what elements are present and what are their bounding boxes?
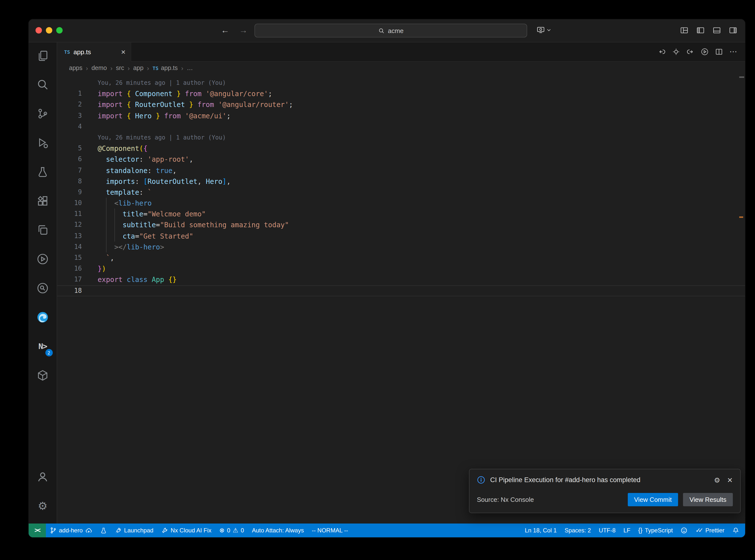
forward-icon[interactable]: →: [239, 25, 247, 36]
layout-controls: [680, 26, 737, 35]
run-file-button[interactable]: [701, 48, 709, 56]
activity-item-search[interactable]: [31, 73, 54, 96]
zoom-window-button[interactable]: [56, 27, 63, 34]
status-encoding[interactable]: UTF-8: [595, 523, 620, 537]
activity-item-code-search[interactable]: [31, 277, 54, 300]
line-number[interactable]: 2: [57, 99, 82, 110]
view-commit-button[interactable]: View Commit: [628, 493, 678, 506]
split-editor-button[interactable]: [715, 48, 723, 56]
activity-item-accounts[interactable]: [31, 465, 54, 488]
activity-item-run-target[interactable]: [31, 247, 54, 271]
back-icon[interactable]: ←: [221, 25, 229, 36]
line-number[interactable]: 4: [57, 121, 82, 132]
line-number[interactable]: 1: [57, 88, 82, 99]
breadcrumb-item-src[interactable]: src: [116, 65, 124, 72]
line-number[interactable]: [57, 132, 82, 143]
line-number[interactable]: 17: [57, 274, 82, 285]
status-cursor-position[interactable]: Ln 18, Col 1: [521, 523, 560, 537]
breadcrumb-item-[interactable]: …: [187, 65, 193, 72]
line-number[interactable]: 7: [57, 165, 82, 176]
code-text: <lib-hero: [98, 198, 152, 208]
line-number[interactable]: 10: [57, 198, 82, 208]
more-actions-button[interactable]: ⋯: [729, 47, 737, 56]
line-number[interactable]: 11: [57, 209, 82, 220]
status-prettier[interactable]: ✓✓Prettier: [692, 523, 728, 537]
panel-left-icon: [696, 26, 705, 35]
line-number[interactable]: 16: [57, 263, 82, 274]
code-line-4: 4: [57, 121, 745, 132]
activity-item-extensions[interactable]: [31, 189, 54, 213]
code-text: standalone: true,: [98, 165, 177, 176]
status-vim-mode[interactable]: -- NORMAL --: [308, 523, 352, 537]
view-results-button[interactable]: View Results: [683, 493, 733, 506]
overview-ruler[interactable]: [738, 75, 745, 523]
remote-window-menu[interactable]: [537, 26, 552, 34]
status-label: Nx Cloud AI Fix: [171, 527, 211, 534]
code-text: imports: [RouterOutlet, Hero],: [98, 176, 231, 186]
code-line-9: 9 template: `: [57, 187, 745, 198]
toggle-secondary-sidebar-button[interactable]: [729, 26, 737, 35]
activity-item-nx-console[interactable]: N>2: [31, 335, 54, 358]
status-launchpad[interactable]: Launchpad: [111, 523, 157, 537]
breadcrumb-item-apps[interactable]: apps: [69, 65, 82, 72]
line-number[interactable]: [57, 77, 82, 88]
split-icon: [715, 48, 723, 56]
status-indentation[interactable]: Spaces: 2: [561, 523, 595, 537]
activity-item-dependencies[interactable]: [31, 364, 54, 387]
next-change-button[interactable]: [687, 48, 694, 56]
code-editor[interactable]: You, 26 minutes ago | 1 author (You)1imp…: [57, 75, 745, 523]
line-number[interactable]: 14: [57, 242, 82, 253]
line-number[interactable]: 6: [57, 154, 82, 165]
line-number[interactable]: 13: [57, 231, 82, 241]
status-remote[interactable]: ><: [28, 523, 46, 537]
status-auto-attach[interactable]: Auto Attach: Always: [248, 523, 308, 537]
status-feedback[interactable]: [677, 523, 692, 537]
previous-change-button[interactable]: [658, 48, 666, 56]
toggle-primary-sidebar-button[interactable]: [696, 26, 705, 35]
status-notifications-bell[interactable]: [728, 523, 743, 537]
code-line-16: 16}): [57, 263, 745, 274]
line-number[interactable]: 12: [57, 220, 82, 231]
line-number[interactable]: 15: [57, 253, 82, 263]
line-number[interactable]: 3: [57, 110, 82, 121]
line-number[interactable]: 9: [57, 187, 82, 198]
breadcrumb-item-app.ts[interactable]: TSapp.ts: [153, 65, 178, 72]
line-number[interactable]: 18: [57, 285, 82, 296]
minimize-window-button[interactable]: [46, 27, 52, 34]
command-center-search[interactable]: acme: [255, 24, 527, 38]
vscode-window: ← → acme N>2: [28, 19, 746, 538]
line-number[interactable]: 5: [57, 143, 82, 154]
status-eol[interactable]: LF: [620, 523, 634, 537]
status-language-mode[interactable]: {}TypeScript: [634, 523, 677, 537]
code-text: export class App {}: [98, 274, 177, 285]
status-nx-cloud-ai-fix[interactable]: Nx Cloud AI Fix: [157, 523, 215, 537]
customize-layout-button[interactable]: [680, 26, 689, 35]
notification-settings-icon[interactable]: ⚙: [714, 476, 720, 484]
activity-item-testing[interactable]: [31, 160, 54, 183]
tab-app-ts[interactable]: TS app.ts ✕: [57, 42, 131, 62]
activity-item-run-and-debug[interactable]: [31, 131, 54, 154]
tab-bar: TS app.ts ✕ ⋯: [57, 42, 745, 62]
status-git-branch[interactable]: add-hero: [46, 523, 96, 537]
compare-changes-button[interactable]: [672, 48, 680, 56]
code-line-10: 10 <lib-hero: [57, 198, 745, 208]
line-number[interactable]: 8: [57, 176, 82, 186]
close-window-button[interactable]: [36, 27, 42, 34]
breadcrumb-item-app[interactable]: app: [133, 65, 143, 72]
breadcrumb-label: src: [116, 65, 124, 72]
toggle-panel-button[interactable]: [713, 26, 721, 35]
activity-item-source-control[interactable]: [31, 102, 54, 125]
status-problems[interactable]: ⊗0⚠0: [216, 523, 248, 537]
cube-icon: [37, 369, 49, 382]
activity-item-edge-tools[interactable]: [31, 306, 54, 329]
tab-label: app.ts: [74, 48, 91, 56]
breadcrumb-item-demo[interactable]: demo: [92, 65, 107, 72]
next-change-icon: [687, 48, 694, 56]
close-tab-icon[interactable]: ✕: [121, 48, 126, 56]
code-text: subtitle="Build something amazing today": [98, 220, 289, 231]
activity-item-explorer[interactable]: [31, 44, 54, 67]
close-notification-icon[interactable]: ✕: [727, 476, 733, 484]
activity-item-settings[interactable]: ⚙: [31, 495, 54, 518]
status-tests[interactable]: [96, 523, 111, 537]
activity-item-open-editors[interactable]: [31, 218, 54, 242]
